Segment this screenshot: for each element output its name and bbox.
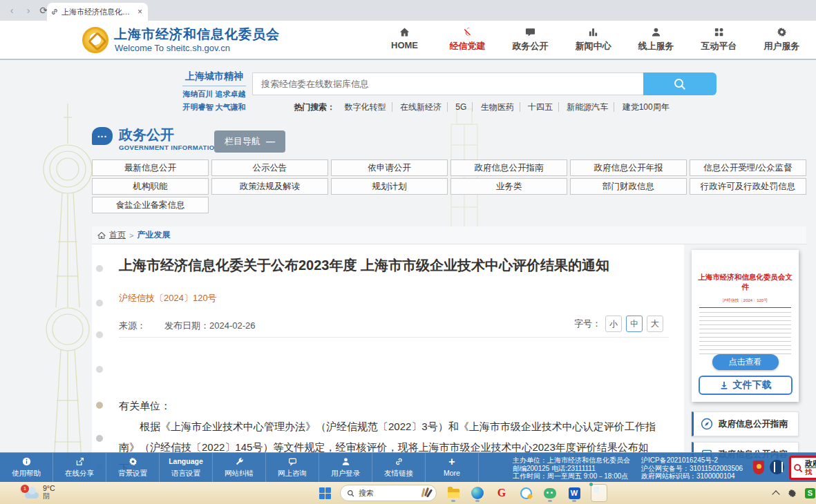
gov-site-error-report-badge[interactable]: 政府 找 — [789, 456, 816, 480]
nav-item-online-service[interactable]: 线上服务 — [625, 26, 687, 52]
tab-close-icon[interactable]: × — [136, 7, 144, 17]
gov-grid-item[interactable]: 政府信息公开年报 — [570, 159, 687, 176]
grid-icon — [687, 26, 750, 38]
hot-search-label: 热门搜索： — [294, 102, 335, 112]
wechat-icon[interactable] — [542, 483, 558, 503]
city-spirit-line1: 海纳百川 追求卓越 — [182, 89, 246, 99]
gov-grid-item[interactable]: 公示公告 — [211, 159, 328, 176]
toolbar-user-login-button[interactable]: 用户登录 — [319, 453, 372, 482]
security-record-line: 沪公网安备号：31011502003506 — [641, 465, 743, 473]
red-g-app-icon[interactable]: G — [494, 483, 509, 503]
edge-browser-icon[interactable] — [470, 483, 485, 503]
toolbar-background-settings-button[interactable]: 背景设置 — [106, 453, 160, 482]
gov-grid-item[interactable]: 部门财政信息 — [570, 178, 687, 195]
toolbar-online-consult-button[interactable]: 网上咨询 — [266, 453, 319, 482]
search-button[interactable] — [643, 72, 717, 95]
snipping-tool-icon[interactable] — [591, 484, 607, 502]
hot-search-item[interactable]: 在线新经济 — [395, 102, 448, 112]
browser-tab[interactable]: 上海市经济信息化委关于公布 × — [47, 3, 148, 21]
browser-back-icon[interactable]: ‹ — [6, 5, 18, 16]
search-input[interactable] — [252, 72, 643, 95]
publish-date: 发布日期：2024-02-26 — [164, 320, 256, 332]
font-size-large-button[interactable]: 大 — [647, 316, 663, 332]
chat-app-icon[interactable] — [518, 483, 533, 503]
toolbar-friend-links-button[interactable]: 友情链接 — [372, 453, 426, 482]
police-shield-icon[interactable] — [753, 461, 764, 474]
font-size-small-button[interactable]: 小 — [605, 316, 622, 332]
sidebar-link-open-gov-guide[interactable]: 政府信息公开指南 — [692, 411, 799, 436]
hot-search-item[interactable]: 生物医药 — [475, 102, 520, 112]
gov-grid-item[interactable]: 最新信息公开 — [92, 159, 209, 176]
font-size-control: 字号： 小 中 大 — [574, 316, 663, 332]
gov-grid-item[interactable]: 政府信息公开指南 — [450, 159, 567, 176]
file-explorer-icon[interactable] — [446, 483, 461, 503]
hot-search-item[interactable]: 建党100周年 — [617, 102, 675, 112]
cloud-icon: 1 — [25, 489, 39, 498]
breadcrumb: 首页 > 产业发展 — [92, 226, 806, 244]
document-preview-number: 沪经信技〔2024〕120号 — [696, 298, 794, 304]
tray-chevron-up-icon[interactable] — [772, 490, 779, 496]
minus-icon: — — [266, 136, 275, 146]
download-file-button[interactable]: 文件下载 — [699, 376, 793, 395]
toolbar-share-button[interactable]: 在线分享 — [53, 453, 106, 482]
right-sidebar: 上海市经济和信息化委员会文件 沪经信技〔2024〕120号 点击查看 文件下载 … — [692, 250, 801, 467]
toolbar-more-button[interactable]: + More — [426, 453, 479, 482]
gov-grid-item[interactable]: 业务类 — [450, 178, 567, 195]
user-icon — [319, 456, 372, 467]
word-icon[interactable]: W — [567, 483, 582, 503]
tray-settings-icon[interactable] — [788, 489, 797, 498]
nav-item-home[interactable]: HOME — [373, 26, 436, 52]
nav-item-user-service[interactable]: 用户服务 — [750, 26, 813, 52]
home-icon — [373, 26, 436, 38]
city-spirit-title: 上海城市精神 — [182, 70, 246, 86]
icp-line: 沪ICP备2021016245号-2 — [641, 456, 743, 465]
source-label: 来源： — [119, 320, 146, 332]
view-document-button[interactable]: 点击查看 — [712, 354, 779, 370]
taskbar-weather-widget[interactable]: 1 9°C 阴 — [25, 484, 55, 501]
hot-search-item[interactable]: 5G — [450, 102, 473, 112]
gov-emblem-icon[interactable] — [770, 460, 784, 474]
document-preview-card[interactable]: 上海市经济和信息化委员会文件 沪经信技〔2024〕120号 点击查看 文件下载 — [692, 250, 799, 402]
column-nav-toggle-button[interactable]: 栏目导航— — [214, 130, 285, 153]
gov-grid-item[interactable]: 政策法规及解读 — [211, 178, 328, 195]
article-meta-row: 来源： 发布日期：2024-02-26 字号： 小 中 大 — [119, 316, 669, 338]
breadcrumb-current[interactable]: 产业发展 — [137, 229, 170, 241]
font-size-medium-button[interactable]: 中 — [626, 316, 643, 332]
gov-grid-item[interactable]: 行政许可及行政处罚信息 — [690, 178, 806, 195]
gov-grid-item[interactable]: 信息公开受理/公众监督 — [690, 159, 806, 176]
postcode-line: 邮编200125 电话:23111111 — [513, 465, 630, 473]
organizer-line: 主办单位：上海市经济和信息化委员会 — [513, 456, 630, 465]
gov-grid-item[interactable]: 食盐企业备案信息 — [92, 197, 209, 213]
start-button[interactable] — [319, 487, 331, 499]
link-icon — [372, 456, 425, 467]
gov-grid-item[interactable]: 规划计划 — [331, 178, 448, 195]
breadcrumb-home[interactable]: 首页 — [109, 229, 126, 241]
hot-search-item[interactable]: 数字化转型 — [339, 102, 392, 112]
tray-input-method-icon[interactable]: S — [805, 488, 815, 498]
gov-grid-item[interactable]: 机构职能 — [92, 178, 209, 195]
hot-search-item[interactable]: 新能源汽车 — [561, 102, 614, 112]
party-emblem-icon — [436, 26, 499, 38]
browser-forward-icon[interactable]: › — [22, 5, 35, 16]
gov-section-subtitle: GOVERNMENT INFORMATION — [119, 144, 220, 151]
hot-search-item[interactable]: 十四五 — [522, 102, 559, 112]
taskbar-search-box[interactable]: 搜索 — [340, 485, 437, 501]
home-icon — [97, 231, 106, 240]
gear-icon — [106, 456, 159, 467]
site-title: 上海市经济和信息化委员会 — [114, 26, 280, 43]
toolbar-language-button[interactable]: Language 语言设置 — [160, 453, 213, 482]
toolbar-error-report-button[interactable]: 网站纠错 — [213, 453, 266, 482]
weather-condition: 阴 — [43, 492, 55, 501]
nav-item-party[interactable]: 经信党建 — [436, 26, 499, 52]
nav-item-gov-info[interactable]: 政务公开 — [499, 26, 562, 52]
toolbar-help-button[interactable]: 使用帮助 — [0, 453, 53, 482]
article-title: 上海市经济信息化委关于公布2023年度 上海市市级企业技术中心评价结果的通知 — [119, 255, 669, 275]
document-preview-header: 上海市经济和信息化委员会文件 — [696, 272, 794, 291]
browser-tab-strip: ‹ › ⟳ 上海市经济信息化委关于公布 × — [0, 0, 816, 21]
site-id-line: 政府网站标识码：3100000104 — [641, 472, 743, 481]
magnifier-icon — [793, 463, 803, 473]
document-preview-rule — [699, 307, 791, 308]
gov-grid-item[interactable]: 依申请公开 — [331, 159, 448, 176]
nav-item-interaction[interactable]: 互动平台 — [687, 26, 750, 52]
nav-item-news[interactable]: 新闻中心 — [562, 26, 625, 52]
